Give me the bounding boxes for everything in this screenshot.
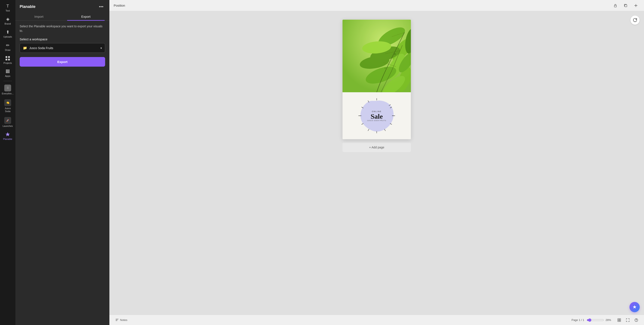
- workspace-dropdown[interactable]: 📁 Jusco Soda Fruits ▾: [20, 43, 105, 53]
- uploads-icon: ⬆: [5, 29, 10, 34]
- sidebar-item-label: Jusco Soda: [2, 107, 14, 112]
- export-button[interactable]: Export: [20, 57, 105, 67]
- svg-point-7: [6, 71, 7, 72]
- side-panel: Planable ••• Import Export Select the Pl…: [16, 0, 110, 325]
- duplicate-button[interactable]: [622, 2, 630, 9]
- svg-point-8: [7, 71, 8, 72]
- bottom-bar: Notes Page 1 / 1 28%: [110, 315, 644, 325]
- help-button[interactable]: [633, 317, 640, 324]
- workspace-select-left: 📁 Jusco Soda Fruits: [23, 46, 53, 50]
- panel-tabs: Import Export: [16, 12, 110, 21]
- svg-text:☰: ☰: [6, 86, 9, 89]
- svg-point-10: [6, 72, 7, 73]
- svg-rect-3: [8, 59, 10, 60]
- add-page-button[interactable]: + Add page: [342, 143, 411, 152]
- lock-button[interactable]: [612, 2, 619, 9]
- sidebar-item-label: Planable: [3, 138, 12, 140]
- svg-rect-56: [620, 320, 621, 322]
- sidebar-item-projects[interactable]: Projects: [1, 54, 14, 66]
- panel-content: Select the Planable workspace you want t…: [16, 24, 110, 325]
- svg-point-11: [7, 72, 8, 73]
- svg-rect-0: [6, 56, 7, 58]
- sale-main-text: Sale: [367, 113, 386, 120]
- sidebar-item-planable[interactable]: Planable: [1, 130, 14, 142]
- sidebar-item-label: Everythin...: [2, 92, 14, 95]
- main-area: Position: [110, 0, 644, 325]
- svg-text:🍋: 🍋: [6, 101, 10, 104]
- draw-icon: ✏: [5, 43, 10, 48]
- zoom-slider-container: 28%: [587, 319, 613, 322]
- svg-point-9: [8, 71, 10, 72]
- page-indicator: Page 1 / 1: [572, 319, 584, 322]
- svg-point-4: [6, 69, 7, 70]
- sidebar-item-uploads[interactable]: ⬆ Uploads: [1, 28, 14, 40]
- jusco-soda-icon: 🍋: [4, 99, 11, 106]
- add-button[interactable]: [632, 2, 640, 9]
- apps-icon: [5, 69, 10, 74]
- sidebar-item-label: Text: [6, 9, 10, 12]
- sidebar-item-label: Apps: [5, 75, 10, 77]
- svg-line-41: [390, 107, 392, 108]
- svg-line-40: [389, 104, 390, 106]
- workspace-name: Jusco Soda Fruits: [29, 46, 53, 50]
- svg-text:🚀: 🚀: [6, 119, 9, 122]
- bottom-icons: [616, 317, 640, 324]
- refresh-button[interactable]: [630, 15, 640, 25]
- panel-description: Select the Planable workspace you want t…: [20, 24, 105, 33]
- leaf-area: ★ ★: [342, 20, 411, 92]
- sidebar-item-text[interactable]: T Text: [1, 2, 14, 14]
- sidebar-item-label: Uploads: [4, 35, 12, 38]
- folder-icon: 📁: [23, 46, 27, 50]
- fullscreen-button[interactable]: [624, 317, 631, 324]
- notes-button[interactable]: Notes: [114, 317, 129, 323]
- select-workspace-label: Select a workspace: [20, 37, 105, 41]
- sidebar-item-label: Brand: [4, 22, 11, 25]
- svg-rect-21: [625, 5, 627, 7]
- zoom-level: 28%: [606, 319, 613, 322]
- svg-rect-2: [6, 59, 7, 60]
- svg-line-47: [362, 123, 364, 124]
- sidebar-item-launches[interactable]: 🚀 Launches: [1, 115, 14, 129]
- brand-icon: ◈: [5, 16, 10, 21]
- zoom-slider[interactable]: [587, 319, 604, 322]
- sale-text: ONLINE Sale JUSCO SODA FRUITS: [367, 110, 386, 121]
- sidebar-divider: [4, 81, 12, 81]
- magic-assistant-button[interactable]: [630, 302, 640, 312]
- grid-view-button[interactable]: [616, 317, 623, 324]
- sidebar-item-everything[interactable]: ☰ Everythin...: [1, 83, 14, 97]
- sale-sub-text: JUSCO SODA FRUITS: [367, 120, 386, 121]
- svg-point-6: [8, 69, 10, 70]
- chevron-down-icon: ▾: [100, 46, 102, 50]
- svg-rect-20: [614, 5, 616, 7]
- projects-icon: [5, 56, 10, 61]
- planable-icon: [5, 132, 10, 137]
- svg-point-5: [7, 69, 8, 70]
- svg-line-43: [390, 123, 392, 124]
- svg-line-46: [368, 129, 369, 131]
- design-card: ★ ★: [342, 20, 411, 139]
- svg-rect-1: [8, 56, 10, 58]
- svg-point-12: [8, 72, 10, 73]
- tab-export[interactable]: Export: [62, 12, 110, 20]
- sale-area: ONLINE Sale JUSCO SODA FRUITS: [342, 92, 411, 139]
- text-icon: T: [5, 3, 10, 8]
- sidebar-item-brand[interactable]: ◈ Brand: [1, 15, 14, 27]
- svg-line-44: [384, 129, 386, 131]
- toolbar-title: Position: [114, 4, 125, 7]
- sidebar-item-draw[interactable]: ✏ Draw: [1, 41, 14, 53]
- everything-icon: ☰: [4, 84, 11, 91]
- svg-rect-55: [618, 320, 619, 322]
- sidebar-item-label: Draw: [5, 49, 10, 51]
- svg-rect-53: [618, 319, 619, 320]
- sidebar-item-apps[interactable]: Apps: [1, 67, 14, 79]
- tab-import[interactable]: Import: [16, 12, 62, 20]
- panel-more-button[interactable]: •••: [97, 3, 105, 10]
- canvas-area: ★ ★: [110, 11, 644, 315]
- svg-rect-54: [620, 319, 621, 320]
- launches-icon: 🚀: [4, 117, 11, 124]
- main-toolbar: Position: [110, 0, 644, 11]
- sidebar-item-jusco-soda[interactable]: 🍋 Jusco Soda: [1, 98, 14, 114]
- sale-online-text: ONLINE: [367, 110, 386, 112]
- svg-marker-19: [6, 132, 10, 136]
- panel-header: Planable •••: [16, 0, 110, 12]
